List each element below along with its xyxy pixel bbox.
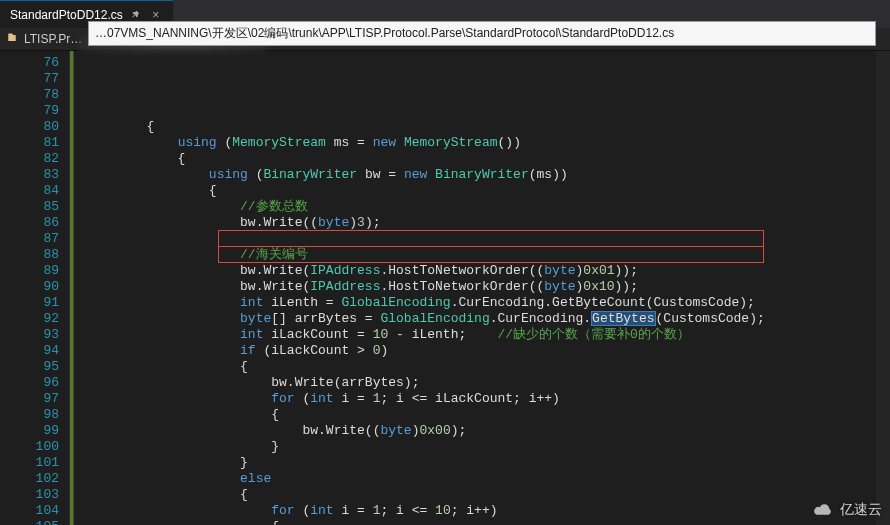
- code-line[interactable]: int iLenth = GlobalEncoding.CurEncoding.…: [84, 295, 890, 311]
- code-line[interactable]: bw.Write(IPAddress.HostToNetworkOrder((b…: [84, 263, 890, 279]
- pin-icon[interactable]: [129, 8, 143, 22]
- code-line[interactable]: if (iLackCount > 0): [84, 343, 890, 359]
- code-line[interactable]: }: [84, 439, 890, 455]
- code-line[interactable]: {: [84, 151, 890, 167]
- line-number: 82: [0, 151, 59, 167]
- code-line[interactable]: {: [84, 487, 890, 503]
- code-viewport[interactable]: { using (MemoryStream ms = new MemoryStr…: [74, 51, 890, 525]
- line-number: 103: [0, 487, 59, 503]
- line-number: 94: [0, 343, 59, 359]
- vertical-scrollbar[interactable]: [876, 50, 890, 525]
- code-line[interactable]: bw.Write(IPAddress.HostToNetworkOrder((b…: [84, 279, 890, 295]
- line-number: 105: [0, 519, 59, 525]
- code-line[interactable]: //参数总数: [84, 199, 890, 215]
- line-number: 101: [0, 455, 59, 471]
- line-number: 80: [0, 119, 59, 135]
- line-number: 78: [0, 87, 59, 103]
- line-number: 97: [0, 391, 59, 407]
- watermark: 亿速云: [812, 501, 882, 519]
- code-line[interactable]: int iLackCount = 10 - iLenth; //缺少的个数（需要…: [84, 327, 890, 343]
- code-line[interactable]: bw.Write(arrBytes);: [84, 375, 890, 391]
- tab-filename: StandardPtoDD12.cs: [10, 8, 123, 22]
- code-line[interactable]: {: [84, 183, 890, 199]
- line-number: 93: [0, 327, 59, 343]
- line-number: 87: [0, 231, 59, 247]
- line-number: 84: [0, 183, 59, 199]
- line-number: 77: [0, 71, 59, 87]
- line-number-gutter: 7677787980818283848586878889909192939495…: [0, 51, 70, 525]
- close-icon[interactable]: ×: [149, 8, 163, 22]
- line-number: 86: [0, 215, 59, 231]
- line-number: 85: [0, 199, 59, 215]
- code-line[interactable]: bw.Write((byte)3);: [84, 215, 890, 231]
- editor-area: 7677787980818283848586878889909192939495…: [0, 51, 890, 525]
- line-number: 89: [0, 263, 59, 279]
- line-number: 83: [0, 167, 59, 183]
- line-number: 88: [0, 247, 59, 263]
- code-line[interactable]: byte[] arrBytes = GlobalEncoding.CurEnco…: [84, 311, 890, 327]
- code-line[interactable]: using (MemoryStream ms = new MemoryStrea…: [84, 135, 890, 151]
- line-number: 100: [0, 439, 59, 455]
- line-number: 96: [0, 375, 59, 391]
- watermark-text: 亿速云: [840, 501, 882, 519]
- line-number: 92: [0, 311, 59, 327]
- code-line[interactable]: //海关编号: [84, 247, 890, 263]
- code-line[interactable]: [84, 231, 890, 247]
- line-number: 81: [0, 135, 59, 151]
- code-line[interactable]: bw.Write((byte)0x00);: [84, 423, 890, 439]
- code-line[interactable]: for (int i = 1; i <= 10; i++): [84, 503, 890, 519]
- namespace-icon: [6, 32, 20, 46]
- breadcrumb-namespace[interactable]: LTISP.Pr…: [24, 32, 82, 46]
- code-line[interactable]: {: [84, 407, 890, 423]
- code-line[interactable]: }: [84, 455, 890, 471]
- code-line[interactable]: {: [84, 359, 890, 375]
- code-line[interactable]: {: [84, 519, 890, 525]
- code-line[interactable]: using (BinaryWriter bw = new BinaryWrite…: [84, 167, 890, 183]
- code-line[interactable]: {: [84, 119, 890, 135]
- line-number: 102: [0, 471, 59, 487]
- line-number: 79: [0, 103, 59, 119]
- line-number: 95: [0, 359, 59, 375]
- code-line[interactable]: for (int i = 1; i <= iLackCount; i++): [84, 391, 890, 407]
- code-line[interactable]: else: [84, 471, 890, 487]
- line-number: 91: [0, 295, 59, 311]
- line-number: 99: [0, 423, 59, 439]
- cloud-icon: [812, 502, 834, 518]
- line-number: 76: [0, 55, 59, 71]
- line-number: 104: [0, 503, 59, 519]
- line-number: 98: [0, 407, 59, 423]
- line-number: 90: [0, 279, 59, 295]
- filepath-tooltip: …07VMS_NANNING\开发区\02编码\trunk\APP\LTISP.…: [88, 21, 876, 46]
